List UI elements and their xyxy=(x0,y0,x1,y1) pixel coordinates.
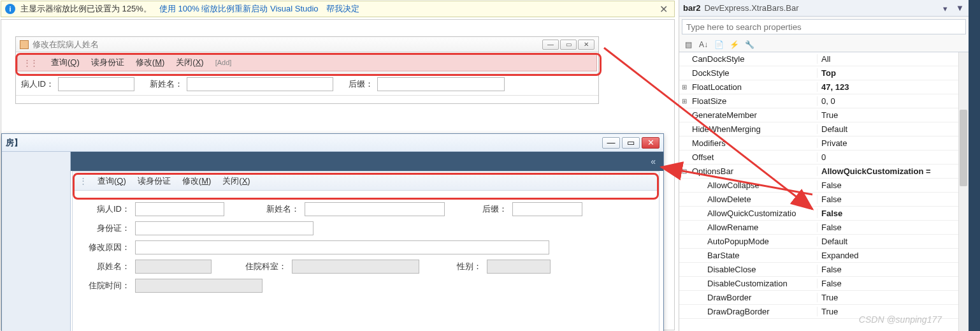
form1-minimize-button[interactable]: — xyxy=(542,40,559,50)
right-docked-tab[interactable] xyxy=(969,0,980,331)
property-row[interactable]: DisableCustomizationFalse xyxy=(679,277,969,291)
property-value[interactable]: False xyxy=(817,223,969,232)
infobar-close-icon[interactable]: ✕ xyxy=(657,3,670,15)
wrench-icon[interactable]: 🔧 xyxy=(743,38,756,51)
form2-minimize-button[interactable]: — xyxy=(602,137,620,149)
property-value[interactable]: 0, 0 xyxy=(817,96,969,106)
gender-input[interactable] xyxy=(487,260,551,274)
modify-button[interactable]: 修改(M) xyxy=(136,57,165,68)
property-row[interactable]: AllowDeleteFalse xyxy=(679,193,969,207)
property-value[interactable]: False xyxy=(817,209,969,218)
toolbar2-grip-icon[interactable]: ⋮ xyxy=(79,176,86,186)
property-name: DrawDragBorder xyxy=(689,307,817,316)
patient-id-input[interactable] xyxy=(58,77,134,91)
property-value[interactable]: False xyxy=(817,195,969,204)
property-row[interactable]: HideWhenMergingDefault xyxy=(679,122,969,136)
properties-page-icon[interactable]: 📄 xyxy=(712,38,725,51)
scrollbar-thumb[interactable] xyxy=(960,110,967,186)
form2-maximize-button[interactable]: ▭ xyxy=(622,137,640,149)
form1-titlebar[interactable]: 修改在院病人姓名 — ▭ ✕ xyxy=(16,37,598,52)
properties-scrollbar[interactable] xyxy=(958,52,969,331)
close-button[interactable]: 关闭(X) xyxy=(176,57,203,68)
form1-toolbar[interactable]: ⋮⋮ 查询(Q) 读身份证 修改(M) 关闭(X) [Add] xyxy=(17,54,597,71)
query-button[interactable]: 查询(Q) xyxy=(51,57,80,68)
form2-titlebar[interactable]: 房】 — ▭ ✕ xyxy=(2,134,663,152)
dropdown-icon[interactable]: ▼ xyxy=(956,3,965,13)
expand-icon[interactable]: ⊟ xyxy=(679,168,689,175)
property-value[interactable]: False xyxy=(817,180,969,190)
property-value[interactable]: Default xyxy=(817,237,969,246)
property-name: AllowCollapse xyxy=(689,180,817,190)
property-row[interactable]: ⊞FloatSize0, 0 xyxy=(679,94,969,108)
property-row[interactable]: Offset0 xyxy=(679,151,969,165)
toolbar-grip-icon[interactable]: ⋮⋮ xyxy=(23,58,37,68)
property-row[interactable]: ⊟OptionsBarAllowQuickCustomization = xyxy=(679,165,969,179)
suffix-input[interactable] xyxy=(377,77,505,91)
restart-link[interactable]: 使用 100% 缩放比例重新启动 Visual Studio xyxy=(159,3,319,15)
expand-icon[interactable]: ⊞ xyxy=(679,98,689,105)
property-name: FloatSize xyxy=(689,96,817,106)
property-row[interactable]: DisableCloseFalse xyxy=(679,263,969,277)
property-value[interactable]: False xyxy=(817,265,969,274)
query2-button[interactable]: 查询(Q) xyxy=(97,175,126,187)
close2-button[interactable]: 关闭(X) xyxy=(222,175,250,187)
idcard-input[interactable] xyxy=(135,221,313,235)
property-row[interactable]: BarStateExpanded xyxy=(679,249,969,263)
suffix2-input[interactable] xyxy=(512,202,582,216)
categorized-icon[interactable]: ▤ xyxy=(682,38,695,51)
new-name-input[interactable] xyxy=(187,77,333,91)
read-id-button[interactable]: 读身份证 xyxy=(91,57,124,68)
gender-label: 性别： xyxy=(443,261,482,272)
form2-close-button[interactable]: ✕ xyxy=(642,137,659,149)
form2-window[interactable]: 房】 — ▭ ✕ « 改名 ✕ ⋮ 查询(Q) 读身份证 修改(M) xyxy=(1,133,664,331)
property-row[interactable]: AllowCollapseFalse xyxy=(679,179,969,193)
property-value[interactable]: Top xyxy=(817,68,969,78)
property-value[interactable]: True xyxy=(817,110,969,120)
collapse-chevron-icon[interactable]: « xyxy=(643,156,663,166)
form1-close-button[interactable]: ✕ xyxy=(578,40,594,50)
origname-input[interactable] xyxy=(135,260,212,274)
property-value[interactable]: AllowQuickCustomization = xyxy=(817,166,969,176)
property-row[interactable]: AutoPopupModeDefault xyxy=(679,235,969,249)
form1-window[interactable]: 修改在院病人姓名 — ▭ ✕ ⋮⋮ 查询(Q) 读身份证 修改(M) 关闭(X)… xyxy=(15,36,599,104)
property-row[interactable]: AllowRenameFalse xyxy=(679,221,969,235)
dept-input[interactable] xyxy=(292,260,419,274)
property-row[interactable]: DrawBorderTrue xyxy=(679,291,969,305)
property-row[interactable]: DockStyleTop xyxy=(679,66,969,80)
admit-time-input[interactable] xyxy=(135,279,263,293)
property-row[interactable]: GenerateMemberTrue xyxy=(679,108,969,122)
property-value[interactable]: Private xyxy=(817,138,969,148)
property-row[interactable]: CanDockStyleAll xyxy=(679,52,969,66)
property-row[interactable]: AllowQuickCustomizatioFalse xyxy=(679,207,969,221)
patient-id2-input[interactable] xyxy=(135,202,224,216)
modify2-button[interactable]: 修改(M) xyxy=(182,175,212,187)
property-name: AllowQuickCustomizatio xyxy=(689,209,817,218)
property-value[interactable]: Expanded xyxy=(817,251,969,260)
pin-icon[interactable]: ▾ xyxy=(943,4,952,13)
property-value[interactable]: 0 xyxy=(817,152,969,162)
alphabetical-icon[interactable]: A↓ xyxy=(697,38,710,51)
form2-content: 病人ID： 新姓名： 后缀： 身份证： 修改原因： 原姓名： xyxy=(73,191,659,304)
property-value[interactable]: False xyxy=(817,279,969,288)
properties-grid[interactable]: CanDockStyleAllDockStyleTop⊞FloatLocatio… xyxy=(679,52,969,331)
property-name: Modifiers xyxy=(689,138,817,148)
read-id2-button[interactable]: 读身份证 xyxy=(138,175,171,187)
property-row[interactable]: ModifiersPrivate xyxy=(679,136,969,151)
add-placeholder[interactable]: [Add] xyxy=(215,59,232,66)
property-value[interactable]: Default xyxy=(817,124,969,134)
form1-icon xyxy=(20,40,29,49)
properties-header[interactable]: bar2 DevExpress.XtraBars.Bar ▾ ▼ xyxy=(679,0,969,17)
property-value[interactable]: True xyxy=(817,293,969,302)
property-row[interactable]: ⊞FloatLocation47, 123 xyxy=(679,80,969,94)
help-decide-link[interactable]: 帮我决定 xyxy=(326,3,359,15)
property-value[interactable]: All xyxy=(817,54,969,64)
form2-toolbar[interactable]: ⋮ 查询(Q) 读身份证 修改(M) 关闭(X) xyxy=(73,172,659,191)
designer-surface: 修改在院病人姓名 — ▭ ✕ ⋮⋮ 查询(Q) 读身份证 修改(M) 关闭(X)… xyxy=(1,19,675,330)
properties-search-input[interactable] xyxy=(682,20,965,34)
events-icon[interactable]: ⚡ xyxy=(728,38,740,51)
new-name2-input[interactable] xyxy=(305,202,445,216)
form1-maximize-button[interactable]: ▭ xyxy=(560,40,577,50)
expand-icon[interactable]: ⊞ xyxy=(679,84,689,91)
property-value[interactable]: 47, 123 xyxy=(817,82,969,92)
reason-input[interactable] xyxy=(135,240,549,254)
